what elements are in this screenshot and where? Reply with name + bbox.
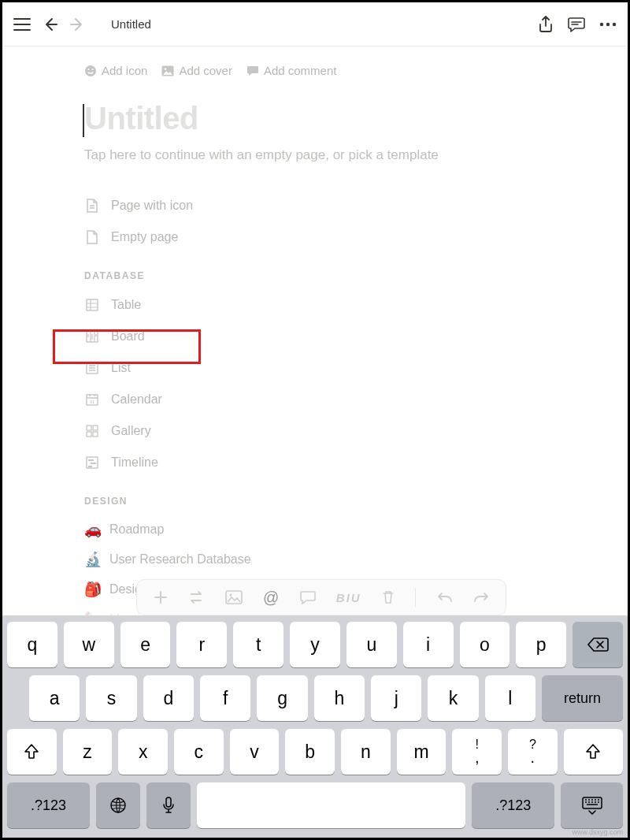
svg-rect-8 [87, 299, 98, 310]
toolbar-divider [415, 588, 416, 607]
key-globe[interactable] [96, 782, 140, 828]
key-b[interactable]: b [285, 729, 335, 775]
add-comment-button[interactable]: Add comment [246, 64, 337, 77]
option-page-with-icon[interactable]: Page with icon [84, 190, 546, 221]
toolbar-redo-icon[interactable] [473, 591, 489, 604]
key-space[interactable] [197, 782, 465, 828]
menu-icon[interactable] [13, 17, 31, 32]
title-placeholder: Untitled [84, 101, 546, 136]
key-k[interactable]: k [428, 675, 478, 721]
key-u[interactable]: u [346, 622, 397, 667]
key-h[interactable]: h [314, 675, 365, 721]
key-numbers-right[interactable]: .?123 [472, 782, 554, 828]
toolbar-format[interactable]: BIU [336, 591, 361, 604]
page-title-input[interactable]: Untitled [84, 101, 546, 136]
svg-rect-13 [87, 426, 91, 430]
svg-point-5 [92, 69, 94, 70]
back-icon[interactable] [43, 17, 57, 32]
key-dictation[interactable] [146, 782, 191, 828]
add-cover-button[interactable]: Add cover [161, 64, 232, 77]
key-c[interactable]: c [174, 729, 224, 775]
key-g[interactable]: g [257, 675, 307, 721]
key-j[interactable]: j [371, 675, 421, 721]
key-r[interactable]: r [176, 622, 227, 667]
gallery-icon [84, 425, 100, 437]
key-return[interactable]: return [542, 675, 623, 721]
table-icon [84, 299, 100, 311]
svg-rect-25 [583, 797, 602, 808]
design-roadmap[interactable]: 🚗 Roadmap [84, 515, 546, 545]
key-p[interactable]: p [516, 622, 566, 667]
text-cursor [83, 104, 84, 137]
comments-icon[interactable] [568, 17, 585, 32]
key-s[interactable]: s [86, 675, 136, 721]
key-e[interactable]: e [120, 622, 171, 667]
key-w[interactable]: w [64, 622, 114, 667]
toolbar-mention[interactable]: @ [263, 589, 279, 607]
add-comment-label: Add comment [264, 64, 337, 77]
share-icon[interactable] [538, 16, 554, 33]
svg-point-0 [600, 22, 603, 25]
key-comma[interactable]: ! , [452, 729, 502, 775]
svg-rect-18 [88, 459, 94, 461]
option-label: Roadmap [109, 522, 164, 537]
key-shift-right[interactable] [564, 729, 623, 775]
key-backspace[interactable] [573, 622, 623, 667]
option-label: Timeline [111, 455, 158, 470]
key-v[interactable]: v [230, 729, 280, 775]
db-option-timeline[interactable]: Timeline [84, 447, 546, 478]
option-label: User Research Database [109, 552, 251, 567]
db-option-list[interactable]: List [84, 352, 546, 384]
toolbar-trash-icon[interactable] [382, 590, 395, 604]
more-icon[interactable] [599, 22, 617, 27]
db-option-table[interactable]: Table [84, 289, 546, 321]
svg-rect-20 [88, 466, 92, 467]
key-i[interactable]: i [403, 622, 454, 667]
toolbar-comment-icon[interactable] [300, 590, 316, 604]
key-m[interactable]: m [397, 729, 447, 775]
svg-point-7 [165, 68, 167, 70]
key-n[interactable]: n [341, 729, 391, 775]
option-label: List [111, 361, 131, 375]
svg-point-4 [88, 69, 90, 70]
page-icon [84, 199, 100, 213]
key-t[interactable]: t [233, 622, 284, 667]
key-q[interactable]: q [7, 622, 57, 667]
key-x[interactable]: x [118, 729, 168, 775]
key-y[interactable]: y [290, 622, 340, 667]
key-a[interactable]: a [29, 675, 80, 721]
option-empty-page[interactable]: Empty page [84, 221, 546, 253]
key-z[interactable]: z [63, 729, 113, 775]
key-l[interactable]: l [485, 675, 536, 721]
svg-rect-14 [93, 426, 98, 430]
option-label: Gallery [111, 424, 151, 438]
breadcrumb-title[interactable]: Untitled [111, 17, 151, 31]
key-shift-left[interactable] [7, 729, 57, 775]
svg-text:31: 31 [90, 400, 95, 404]
key-f[interactable]: f [200, 675, 250, 721]
option-label: Calendar [111, 392, 162, 407]
design-user-research[interactable]: 🔬 User Research Database [84, 545, 546, 574]
toolbar-image-icon[interactable] [225, 590, 243, 604]
add-icon-label: Add icon [102, 64, 147, 77]
key-d[interactable]: d [143, 675, 194, 721]
db-option-calendar[interactable]: 31 Calendar [84, 384, 546, 415]
calendar-icon: 31 [84, 393, 100, 406]
db-option-gallery[interactable]: Gallery [84, 415, 546, 447]
empty-page-icon [84, 230, 100, 244]
add-icon-button[interactable]: Add icon [84, 64, 147, 77]
key-o[interactable]: o [460, 622, 510, 667]
key-period[interactable]: ? . [508, 729, 558, 775]
subtitle-hint[interactable]: Tap here to continue with an empty page,… [84, 147, 546, 163]
key-numbers-left[interactable]: .?123 [7, 782, 90, 828]
list-icon [84, 362, 100, 374]
toolbar-add-icon[interactable] [154, 590, 168, 604]
toolbar-undo-icon[interactable] [437, 591, 453, 604]
option-label: Board [111, 329, 145, 344]
db-option-board[interactable]: Board [84, 321, 546, 352]
key-dismiss-keyboard[interactable] [561, 782, 623, 828]
car-emoji-icon: 🚗 [84, 521, 102, 538]
board-icon [84, 330, 100, 343]
timeline-icon [84, 456, 100, 469]
toolbar-turninto-icon[interactable] [188, 590, 204, 604]
